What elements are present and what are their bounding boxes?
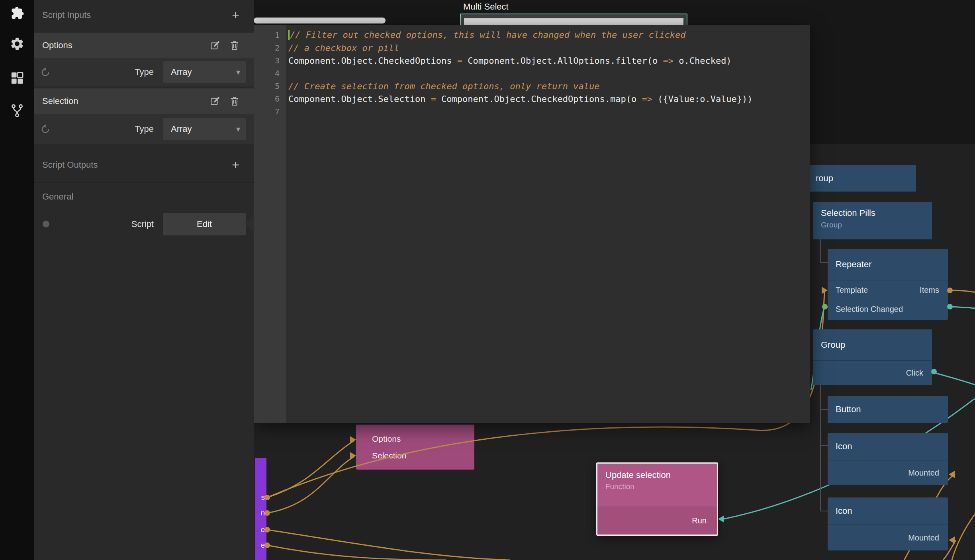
code-editor[interactable]: 1// Filter out checked options, this wil… xyxy=(254,25,810,423)
general-header: General xyxy=(34,182,254,211)
chevron-down-icon: ▾ xyxy=(236,124,246,134)
purple-port-dot-4[interactable] xyxy=(264,542,270,548)
selection-type-dropdown[interactable]: Array ▾ xyxy=(163,118,246,140)
port-selection-changed-input-dot[interactable] xyxy=(822,304,828,309)
edit-icon[interactable] xyxy=(210,96,220,106)
port-template-input-arrow[interactable] xyxy=(822,287,828,294)
components-grid-icon[interactable] xyxy=(8,69,26,87)
reset-icon[interactable] xyxy=(40,58,51,86)
selection-type-row: Type Array ▾ xyxy=(34,114,254,144)
node-group[interactable]: Group Click xyxy=(813,329,932,385)
chevron-down-icon: ▾ xyxy=(236,67,246,77)
port-click-dot[interactable] xyxy=(931,369,937,374)
node-selection-pills[interactable]: Selection Pills Group xyxy=(813,202,932,239)
port-mounted-label: Mounted xyxy=(908,533,939,542)
editor-scrollbar[interactable] xyxy=(254,18,386,23)
node-icon-2[interactable]: Icon Mounted xyxy=(828,497,948,550)
reset-icon[interactable] xyxy=(40,114,51,144)
trash-icon[interactable] xyxy=(230,96,239,106)
script-connection-dot[interactable] xyxy=(43,221,49,227)
input-row-selection[interactable]: Selection xyxy=(34,88,254,114)
port-items-label: Items xyxy=(920,286,939,295)
settings-gear-icon[interactable] xyxy=(8,35,26,53)
add-input-button[interactable]: + xyxy=(232,0,239,30)
options-type-dropdown[interactable]: Array ▾ xyxy=(163,61,246,83)
port-template-label: Template xyxy=(836,286,868,295)
input-row-options[interactable]: Options xyxy=(34,33,254,58)
trash-icon[interactable] xyxy=(230,40,239,51)
port-mounted-label: Mounted xyxy=(908,468,939,478)
script-row: Script Edit xyxy=(34,210,254,238)
node-group-clipped[interactable]: roup xyxy=(810,165,916,192)
script-inputs-header: Script Inputs + xyxy=(34,0,254,30)
properties-panel: Script Inputs + Options Type Array ▾ Sel… xyxy=(34,0,254,560)
port-selection-input-arrow[interactable] xyxy=(350,452,356,459)
port-selection-changed-label: Selection Changed xyxy=(836,305,903,314)
components-puzzle-icon[interactable] xyxy=(8,4,26,22)
port-selection-changed-output-dot[interactable] xyxy=(947,304,953,309)
edit-script-button[interactable]: Edit xyxy=(163,213,246,235)
port-mounted-arrow-1[interactable] xyxy=(949,471,955,478)
purple-port-dot-3[interactable] xyxy=(264,527,270,533)
purple-port-dot-1[interactable] xyxy=(264,495,270,500)
port-options-input-arrow[interactable] xyxy=(350,436,356,443)
edit-icon[interactable] xyxy=(210,40,220,51)
port-mounted-arrow-2[interactable] xyxy=(949,537,955,544)
app-sidebar xyxy=(0,0,34,560)
script-outputs-header: Script Outputs + xyxy=(34,151,254,179)
node-button[interactable]: Button xyxy=(828,396,948,423)
port-items-dot[interactable] xyxy=(947,288,953,293)
add-output-button[interactable]: + xyxy=(232,151,239,179)
options-type-row: Type Array ▾ xyxy=(34,58,254,86)
node-repeater[interactable]: Repeater Template Items Selection Change… xyxy=(828,249,948,320)
port-click-label: Click xyxy=(906,368,923,378)
top-node-title: Multi Select xyxy=(463,2,509,12)
port-run-input-arrow[interactable] xyxy=(718,515,724,523)
node-icon-1[interactable]: Icon Mounted xyxy=(828,433,948,485)
editor-pointer-triangle xyxy=(245,215,254,233)
code-lines[interactable]: 1// Filter out checked options, this wil… xyxy=(254,29,810,118)
node-tree-icon[interactable] xyxy=(8,102,26,119)
purple-port-dot-2[interactable] xyxy=(264,510,270,516)
